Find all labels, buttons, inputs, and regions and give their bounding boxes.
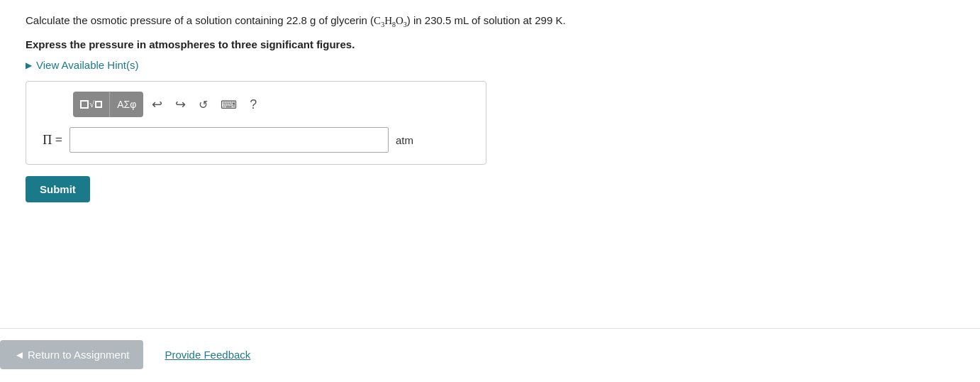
help-label: ?: [250, 97, 257, 112]
greek-label: ΑΣφ: [117, 99, 136, 110]
main-content: Calculate the osmotic pressure of a solu…: [0, 0, 980, 245]
square-icon: √: [80, 99, 102, 110]
input-row: Π = atm: [38, 127, 474, 153]
hint-link-label: View Available Hint(s): [36, 59, 139, 71]
provide-feedback-button[interactable]: Provide Feedback: [165, 349, 250, 361]
math-toolbar: √ ΑΣφ ↩ ↪ ↺ ⌨: [73, 92, 474, 117]
bold-instruction: Express the pressure in atmospheres to t…: [26, 38, 954, 50]
reset-btn[interactable]: ↺: [194, 92, 212, 117]
hint-link[interactable]: ▶ View Available Hint(s): [26, 59, 954, 71]
submit-button[interactable]: Submit: [26, 176, 90, 202]
reset-icon: ↺: [199, 98, 208, 111]
unit-label: atm: [396, 134, 413, 146]
bottom-bar: ◄ Return to Assignment Provide Feedback: [0, 328, 980, 382]
problem-text: Calculate the osmotic pressure of a solu…: [26, 13, 954, 30]
answer-input[interactable]: [69, 127, 389, 153]
formula: C3H8O3: [374, 15, 407, 26]
undo-icon: ↩: [152, 97, 162, 112]
undo-btn[interactable]: ↩: [147, 92, 167, 117]
keyboard-btn[interactable]: ⌨: [216, 92, 241, 117]
hint-arrow-icon: ▶: [26, 60, 32, 70]
help-btn[interactable]: ?: [245, 92, 261, 117]
math-templates-group: √ ΑΣφ: [73, 92, 143, 117]
keyboard-icon: ⌨: [221, 98, 237, 111]
answer-box: √ ΑΣφ ↩ ↪ ↺ ⌨: [26, 81, 486, 165]
template-btn[interactable]: √: [73, 92, 110, 117]
pi-label: Π =: [38, 133, 62, 148]
greek-btn[interactable]: ΑΣφ: [110, 92, 143, 117]
return-to-assignment-button[interactable]: ◄ Return to Assignment: [0, 340, 143, 369]
redo-btn[interactable]: ↪: [171, 92, 190, 117]
redo-icon: ↪: [175, 97, 186, 112]
